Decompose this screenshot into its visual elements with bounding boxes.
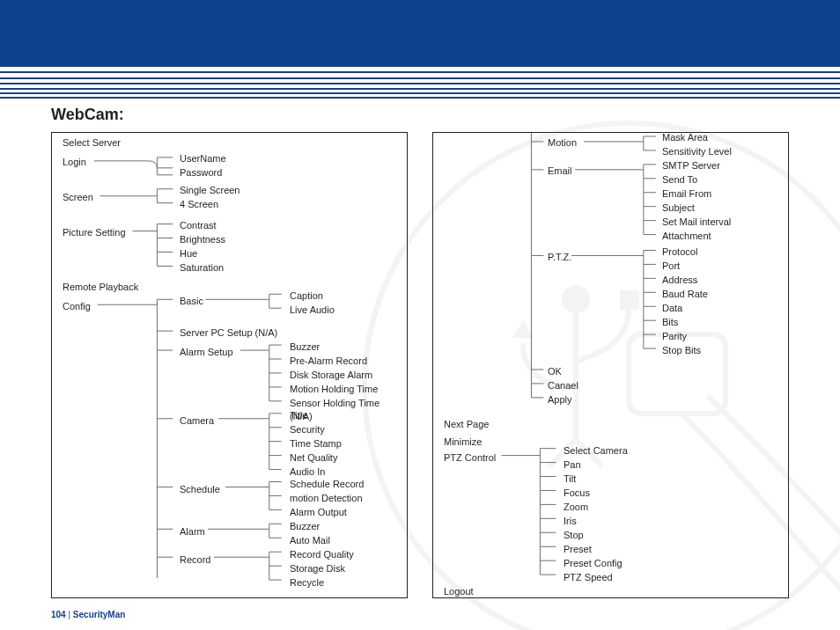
camera-timestamp: Time Stamp [290,437,400,451]
picture-brightness: Brightness [180,233,312,246]
right-panel: Motion Email P.T.Z. OK Canael Apply Mask… [432,132,789,598]
alarm-motion-hold: Motion Holding Time [290,383,400,396]
ptz-protocol: Protocol [662,245,781,259]
ptz-stopbits: Stop Bits [662,344,781,357]
schedule-alarmout: Alarm Output [290,506,400,519]
ptzc-preset-config: Preset Config [564,557,623,570]
ptz-bits: Bits [662,316,781,329]
motion-sens: Sensitivity Level [662,145,781,158]
item-next-page: Next Page [444,418,532,431]
footer-brand: SecurityMan [73,610,125,619]
picture-hue: Hue [180,247,312,260]
item-logout: Logout [444,585,532,598]
ptzc-pan: Pan [564,458,581,472]
item-login: Login [63,156,159,169]
camera-audioin: Audio In [290,465,400,479]
section-title: WebCam: [51,106,124,124]
email-attach: Attachment [662,230,781,243]
cfg-motion: Motion [548,136,653,150]
camera-title: Title [290,409,400,422]
item-ptz-control: PTZ Control [444,451,532,465]
login-password: Password [180,166,312,179]
alarm-disk: Disk Storage Alarm [290,369,400,382]
ptzc-speed: PTZ Speed [564,571,613,584]
basic-liveaudio: Live Audio [290,304,400,317]
ptzc-zoom: Zoom [564,501,588,514]
email-smtp: SMTP Server [662,159,781,172]
motion-mask: Mask Area [662,131,781,144]
item-minimize: Minimize [444,436,532,449]
login-username: UserName [180,152,312,165]
record-storage: Storage Disk [290,562,400,575]
camera-security: Security [290,423,400,436]
left-panel: Select Server Login Screen Picture Setti… [51,132,408,598]
schedule-motion: motion Detection [290,492,400,505]
alarm2-buzzer: Buzzer [290,520,400,533]
email-from: Email From [662,187,781,201]
screen-four: 4 Screen [180,198,312,211]
ptzc-focus: Focus [564,487,590,500]
page-header [0,0,840,101]
ptzc-tilt: Tilt [564,472,576,486]
record-quality: Record Quality [290,548,400,561]
item-select-server: Select Server [63,136,159,150]
ptz-address: Address [662,274,781,287]
email-subject: Subject [662,201,781,215]
alarm-prealarm: Pre-Alarm Record [290,355,400,368]
item-screen: Screen [63,191,159,204]
picture-saturation: Saturation [180,261,312,275]
cfg-apply: Apply [548,393,653,407]
item-picture-setting: Picture Setting [63,226,159,239]
ptzc-select: Select Camera [564,444,628,458]
ptzc-preset: Preset [564,543,592,556]
footer-sep: | [66,610,73,619]
email-interval: Set Mail interval [662,216,781,229]
item-config: Config [63,300,159,313]
page-footer: 104 | SecurityMan [51,610,125,619]
alarm2-automail: Auto Mail [290,534,400,547]
ptz-baud: Baud Rate [662,288,781,301]
alarm-buzzer: Buzzer [290,341,400,354]
ptzc-stop: Stop [564,529,584,542]
record-recycle: Recycle [290,576,400,590]
cfg-cancel: Canael [548,379,653,392]
ptz-data: Data [662,302,781,315]
page-number: 104 [51,610,66,619]
picture-contrast: Contrast [180,219,312,232]
schedule-record: Schedule Record [290,478,400,491]
ptz-parity: Parity [662,330,781,343]
email-sendto: Send To [662,173,781,187]
basic-caption: Caption [290,289,400,303]
item-remote-playback: Remote Playback [63,281,159,294]
camera-netquality: Net Quality [290,451,400,465]
cfg-ok: OK [548,365,653,378]
ptzc-iris: Iris [564,515,577,528]
cfg-email: Email [548,165,653,178]
ptz-port: Port [662,260,781,273]
screen-single: Single Screen [180,184,312,197]
config-server-pc: Server PC Setup (N/A) [180,326,312,340]
cfg-ptz: P.T.Z. [548,251,653,264]
